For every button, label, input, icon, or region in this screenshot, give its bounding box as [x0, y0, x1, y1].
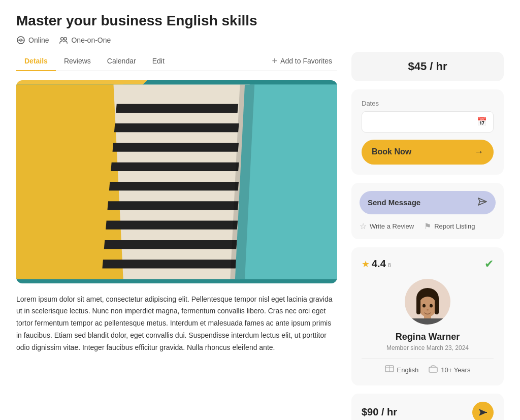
price2-label: $90 / hr: [362, 406, 397, 418]
rating-left: ★ 4.4 8: [362, 258, 391, 270]
dates-label: Dates: [362, 100, 494, 107]
rating-star-icon: ★: [362, 259, 370, 270]
rating-count: 8: [388, 262, 391, 268]
svg-rect-13: [107, 201, 238, 210]
description-text: Lorem ipsum dolor sit amet, consectetur …: [16, 294, 337, 354]
svg-point-29: [430, 304, 433, 307]
tab-calendar[interactable]: Calendar: [99, 52, 144, 71]
send-icon: [477, 197, 488, 208]
meta-online: Online: [16, 36, 49, 45]
write-review-label: Write a Review: [370, 222, 414, 230]
profile-details: English 10+ Years: [362, 359, 494, 375]
tab-edit[interactable]: Edit: [144, 52, 173, 71]
experience-item: 10+ Years: [429, 365, 470, 375]
svg-rect-27: [407, 318, 448, 325]
hero-image: [16, 80, 337, 283]
svg-rect-16: [102, 260, 236, 268]
language-label: English: [397, 366, 419, 374]
price-action-card: $90 / hr: [351, 394, 504, 420]
booking-card: Dates 📅 Book Now →: [351, 89, 504, 175]
online-icon: [16, 36, 25, 45]
book-now-button[interactable]: Book Now →: [362, 140, 494, 165]
message-card: Send Message ☆ Write a Review ⚑ Report L…: [351, 183, 504, 239]
tab-details[interactable]: Details: [16, 52, 56, 71]
report-listing-label: Report Listing: [434, 222, 475, 230]
write-review-link[interactable]: ☆ Write a Review: [360, 221, 414, 231]
avatar: [405, 279, 450, 325]
experience-label: 10+ Years: [441, 366, 470, 374]
book-now-label: Book Now: [372, 147, 411, 156]
language-item: English: [385, 365, 419, 375]
verified-icon: ✔: [484, 257, 494, 271]
rating-row: ★ 4.4 8 ✔: [362, 257, 494, 271]
svg-rect-15: [104, 240, 237, 249]
profile-card: ★ 4.4 8 ✔: [351, 247, 504, 385]
price-card: $45 / hr: [351, 52, 504, 81]
action-links: ☆ Write a Review ⚑ Report Listing: [360, 221, 496, 231]
svg-rect-8: [116, 104, 238, 112]
tab-reviews[interactable]: Reviews: [56, 52, 99, 71]
rating-number: 4.4: [372, 258, 386, 270]
svg-rect-14: [106, 220, 238, 229]
arrow-right-icon: →: [474, 147, 483, 157]
svg-point-3: [64, 37, 67, 40]
svg-rect-9: [114, 123, 239, 132]
one-on-one-icon: [59, 36, 68, 45]
svg-point-2: [61, 37, 63, 40]
svg-rect-10: [113, 143, 239, 151]
svg-rect-12: [109, 182, 239, 190]
plus-icon: +: [272, 56, 278, 67]
svg-point-28: [422, 304, 426, 307]
add-to-favorites-button[interactable]: + Add to Favorites: [267, 53, 337, 70]
svg-rect-25: [435, 297, 439, 314]
star-icon: ☆: [360, 221, 367, 231]
profile-since: Member since March 23, 2024: [362, 344, 494, 351]
page-title: Master your business English skills: [16, 12, 504, 29]
profile-name: Regina Warner: [362, 332, 494, 342]
send-message-label: Send Message: [368, 198, 420, 207]
language-icon: [385, 365, 394, 375]
calendar-icon: 📅: [477, 117, 487, 126]
svg-marker-6: [16, 84, 123, 279]
price-label: $45 / hr: [408, 60, 447, 73]
report-listing-link[interactable]: ⚑ Report Listing: [424, 221, 475, 231]
flag-icon: ⚑: [424, 221, 431, 231]
tabs-row: Details Reviews Calendar Edit + Add to F…: [16, 52, 337, 71]
experience-icon: [429, 365, 438, 375]
avatar-container: [362, 279, 494, 325]
contact-button[interactable]: [472, 402, 494, 420]
svg-point-30: [427, 309, 429, 310]
tabs-left: Details Reviews Calendar Edit: [16, 52, 267, 71]
svg-rect-24: [416, 297, 420, 314]
dates-input[interactable]: 📅: [362, 111, 494, 133]
svg-rect-34: [429, 367, 437, 372]
add-to-favorites-label: Add to Favorites: [280, 57, 332, 65]
one-on-one-label: One-on-One: [71, 36, 111, 44]
svg-rect-11: [111, 162, 239, 171]
sidebar: $45 / hr Dates 📅 Book Now → Send Message: [351, 52, 504, 420]
meta-one-on-one: One-on-One: [59, 36, 111, 45]
send-message-button[interactable]: Send Message: [360, 191, 496, 214]
online-label: Online: [28, 36, 49, 44]
main-content: Details Reviews Calendar Edit + Add to F…: [16, 52, 337, 354]
meta-row: Online One-on-One: [16, 36, 504, 45]
